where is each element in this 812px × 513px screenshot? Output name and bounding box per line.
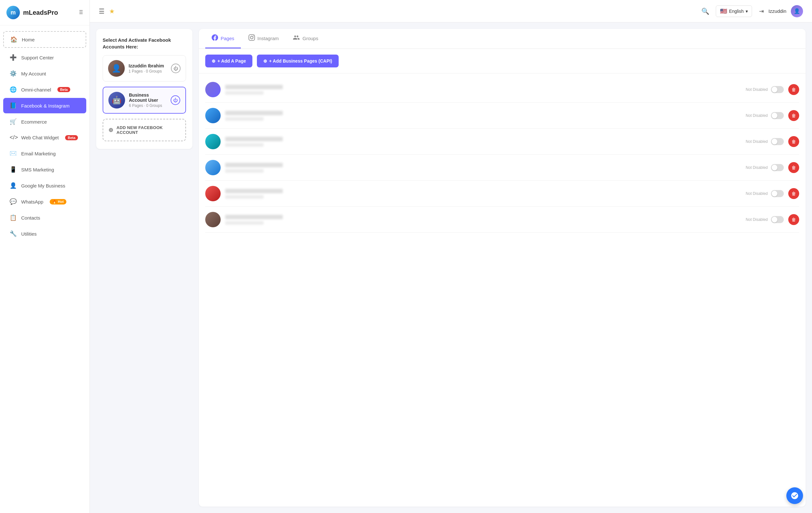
account-info-izzuddin: Izzuddin Ibrahim 1 Pages · 0 Groups: [128, 63, 167, 74]
add-account-label: ADD NEW FACEBOOK ACCOUNT: [116, 125, 180, 135]
account-avatar-business: 🤖: [108, 92, 125, 109]
page-item: Not Disabled 🗑: [205, 77, 799, 103]
flag-icon: 🇺🇸: [720, 8, 727, 15]
page-item: Not Disabled 🗑: [205, 181, 799, 207]
page-info: [225, 189, 741, 199]
delete-page-button[interactable]: 🗑: [788, 84, 799, 95]
toggle-label: Not Disabled: [746, 165, 768, 170]
sidebar-item-label-ecommerce: Ecommerce: [21, 119, 47, 125]
sidebar-item-googlebiz[interactable]: 👤Google My Business: [3, 178, 86, 193]
delete-page-button[interactable]: 🗑: [788, 188, 799, 199]
facebook-tab-icon: [212, 34, 218, 43]
sidebar-item-whatsapp[interactable]: 💬WhatsApp🔥 Hot: [3, 194, 86, 209]
sidebar-item-ecommerce[interactable]: 🛒Ecommerce: [3, 114, 86, 129]
page-avatar: [205, 108, 221, 123]
toggle-label: Not Disabled: [746, 139, 768, 144]
badge-omnichannel: Beta: [57, 87, 70, 92]
delete-page-button[interactable]: 🗑: [788, 162, 799, 173]
sidebar-item-label-home: Home: [22, 37, 35, 43]
account-meta-izzuddin: 1 Pages · 0 Groups: [128, 69, 167, 74]
page-sub-blurred: [225, 117, 264, 121]
sidebar-item-label-whatsapp: WhatsApp: [21, 199, 43, 205]
page-toggle[interactable]: [771, 138, 784, 145]
tab-groups-label: Groups: [302, 36, 318, 41]
sidebar-item-facebook[interactable]: 📘Facebook & Instagram: [3, 98, 86, 113]
logout-icon[interactable]: ⇥: [759, 8, 764, 15]
page-avatar: [205, 160, 221, 175]
sidebar-item-myaccount[interactable]: ⚙️My Account: [3, 66, 86, 81]
page-toggle[interactable]: [771, 216, 784, 223]
sidebar-item-label-contacts: Contacts: [21, 215, 40, 220]
delete-page-button[interactable]: 🗑: [788, 110, 799, 121]
account-name-izzuddin: Izzuddin Ibrahim: [128, 63, 167, 69]
page-sub-blurred: [225, 221, 264, 225]
googlebiz-icon: 👤: [10, 182, 17, 189]
utilities-icon: 🔧: [10, 230, 17, 237]
add-business-pages-button[interactable]: ⊕ + Add Business Pages (CAPI): [257, 55, 339, 68]
left-panel: Select And Activate Facebook Accounts He…: [96, 29, 193, 149]
add-page-button[interactable]: ⊕ + Add A Page: [205, 55, 252, 68]
language-selector[interactable]: 🇺🇸 English ▾: [716, 5, 752, 17]
account-card-business[interactable]: 🤖 Business Account User 6 Pages · 0 Grou…: [103, 87, 186, 114]
page-name-blurred: [225, 215, 283, 219]
toggle-label: Not Disabled: [746, 217, 768, 222]
add-facebook-account-button[interactable]: ⊕ ADD NEW FACEBOOK ACCOUNT: [103, 119, 186, 141]
add-circle-icon: ⊕: [108, 127, 113, 134]
sidebar-item-label-support: Support Center: [21, 55, 54, 60]
hamburger-icon[interactable]: ☰: [99, 7, 105, 15]
page-name-blurred: [225, 85, 283, 89]
sidebar-item-webchat[interactable]: </>Web Chat WidgetBeta: [3, 130, 86, 145]
add-business-label: + Add Business Pages (CAPI): [269, 58, 332, 63]
badge-whatsapp: 🔥 Hot: [50, 199, 66, 205]
tabs-bar: Pages Instagram Groups: [199, 29, 806, 49]
account-meta-business: 6 Pages · 0 Groups: [129, 103, 167, 108]
page-info: [225, 163, 741, 173]
avatar[interactable]: 👤: [791, 5, 803, 17]
star-icon[interactable]: ★: [109, 7, 115, 15]
sidebar-item-omnichannel[interactable]: 🌐Omni-channelBeta: [3, 82, 86, 97]
toggle-area: Not Disabled: [746, 190, 784, 197]
sidebar-item-email[interactable]: ✉️Email Marketing: [3, 146, 86, 161]
page-toggle[interactable]: [771, 190, 784, 197]
page-item: Not Disabled 🗑: [205, 103, 799, 129]
logo-icon: m: [6, 6, 20, 19]
search-icon[interactable]: 🔍: [701, 7, 709, 15]
page-toggle[interactable]: [771, 164, 784, 171]
page-sub-blurred: [225, 91, 264, 95]
sidebar: m mLeadsPro ⠿ 🏠Home➕Support Center⚙️My A…: [0, 0, 90, 513]
page-sub-blurred: [225, 195, 264, 199]
instagram-tab-icon: [249, 34, 255, 43]
page-name-blurred: [225, 137, 283, 141]
page-toggle[interactable]: [771, 112, 784, 119]
page-toggle[interactable]: [771, 86, 784, 93]
username-label: Izzuddin: [768, 8, 786, 14]
tab-pages[interactable]: Pages: [205, 29, 241, 49]
page-item: Not Disabled 🗑: [205, 207, 799, 233]
language-label: English: [729, 9, 744, 14]
topbar: ☰ ★ 🔍 🇺🇸 English ▾ ⇥ Izzuddin 👤: [90, 0, 812, 23]
sidebar-item-sms[interactable]: 📱SMS Marketing: [3, 162, 86, 177]
delete-page-button[interactable]: 🗑: [788, 136, 799, 147]
sidebar-item-utilities[interactable]: 🔧Utilities: [3, 226, 86, 241]
add-page-label: + Add A Page: [218, 58, 246, 63]
tab-instagram-label: Instagram: [258, 36, 279, 41]
grid-icon[interactable]: ⠿: [79, 9, 83, 16]
tab-groups[interactable]: Groups: [286, 29, 324, 49]
support-chat-button[interactable]: [786, 487, 803, 504]
page-name-blurred: [225, 163, 283, 167]
toggle-label: Not Disabled: [746, 113, 768, 118]
account-card-izzuddin[interactable]: 👤 Izzuddin Ibrahim 1 Pages · 0 Groups ⏻: [103, 55, 186, 82]
contacts-icon: 📋: [10, 214, 17, 221]
sidebar-item-contacts[interactable]: 📋Contacts: [3, 210, 86, 225]
power-button-business[interactable]: ⏻: [171, 96, 180, 105]
tab-instagram[interactable]: Instagram: [242, 29, 285, 49]
sidebar-item-home[interactable]: 🏠Home: [3, 31, 86, 48]
delete-page-button[interactable]: 🗑: [788, 214, 799, 225]
page-avatar: [205, 134, 221, 149]
ecommerce-icon: 🛒: [10, 118, 17, 125]
sidebar-item-support[interactable]: ➕Support Center: [3, 50, 86, 65]
power-button-izzuddin[interactable]: ⏻: [171, 63, 180, 73]
sidebar-item-label-utilities: Utilities: [21, 231, 36, 237]
app-name: mLeadsPro: [23, 9, 58, 17]
toggle-label: Not Disabled: [746, 191, 768, 196]
